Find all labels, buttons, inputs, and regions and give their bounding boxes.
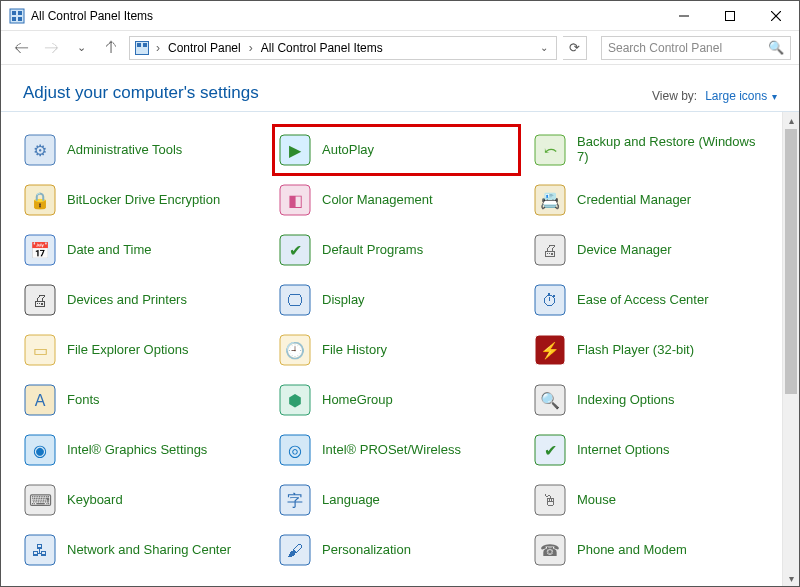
cpl-item-label: Personalization [322,543,411,558]
svg-text:🖌: 🖌 [287,542,303,559]
cpl-item[interactable]: ☎Phone and Modem [529,526,774,574]
breadcrumb-root[interactable]: Control Panel [166,41,243,55]
cpl-item-label: Indexing Options [577,393,675,408]
cpl-item[interactable]: ✔Default Programs [274,226,519,274]
breadcrumb-current[interactable]: All Control Panel Items [259,41,385,55]
chevron-right-icon[interactable]: › [154,41,162,55]
svg-text:🖱: 🖱 [542,492,558,509]
intel-wireless-icon: ◎ [278,433,312,467]
view-by-label: View by: [652,89,697,103]
cpl-item[interactable]: 📇Credential Manager [529,176,774,224]
cpl-item[interactable]: 🕘File History [274,326,519,374]
cpl-item[interactable]: AFonts [19,376,264,424]
close-button[interactable] [753,1,799,30]
cpl-item[interactable]: ▶AutoPlay [274,126,519,174]
cpl-item[interactable]: ⬢HomeGroup [274,376,519,424]
cpl-item[interactable]: ⤺Backup and Restore (Windows 7) [529,126,774,174]
credential-manager-icon: 📇 [533,183,567,217]
svg-rect-1 [12,11,16,15]
svg-text:🖧: 🖧 [32,542,48,559]
cpl-item[interactable]: 📅Date and Time [19,226,264,274]
cpl-item[interactable]: ⚙Administrative Tools [19,126,264,174]
cpl-item[interactable]: ⚡Flash Player (32-bit) [529,326,774,374]
indexing-options-icon: 🔍 [533,383,567,417]
cpl-item[interactable]: 🖵Display [274,276,519,324]
intel-graphics-icon: ◉ [23,433,57,467]
address-bar[interactable]: › Control Panel › All Control Panel Item… [129,36,557,60]
content-header: Adjust your computer's settings View by:… [1,65,799,112]
svg-rect-2 [18,11,22,15]
cpl-item[interactable]: ◧Color Management [274,176,519,224]
maximize-button[interactable] [707,1,753,30]
search-box[interactable]: Search Control Panel 🔍 [601,36,791,60]
control-panel-icon [134,40,150,56]
cpl-item[interactable]: ◎Intel® PROSet/Wireless [274,426,519,474]
cpl-item-label: Administrative Tools [67,143,182,158]
display-icon: 🖵 [278,283,312,317]
cpl-item-label: Default Programs [322,243,423,258]
admin-tools-icon: ⚙ [23,133,57,167]
address-dropdown-icon[interactable]: ⌄ [536,42,552,53]
backup-restore-icon: ⤺ [533,133,567,167]
svg-text:🖨: 🖨 [32,292,48,309]
cpl-item[interactable]: ✔Internet Options [529,426,774,474]
cpl-item-label: Fonts [67,393,100,408]
cpl-item[interactable]: 🖱Mouse [529,476,774,524]
chevron-down-icon: ▾ [769,91,777,102]
window-title: All Control Panel Items [31,9,661,23]
vertical-scrollbar[interactable]: ▴ ▾ [782,112,799,587]
cpl-item[interactable]: 🖨Device Manager [529,226,774,274]
cpl-item-label: Backup and Restore (Windows 7) [577,135,770,165]
internet-options-icon: ✔ [533,433,567,467]
svg-text:⚡: ⚡ [540,341,560,360]
svg-rect-3 [12,17,16,21]
svg-text:⌨: ⌨ [29,492,52,509]
cpl-item[interactable]: 🖌Personalization [274,526,519,574]
date-time-icon: 📅 [23,233,57,267]
scroll-track[interactable] [783,129,799,570]
scroll-down-button[interactable]: ▾ [783,570,799,587]
cpl-item[interactable]: 🖨Devices and Printers [19,276,264,324]
svg-text:🖨: 🖨 [542,242,558,259]
view-by-dropdown[interactable]: Large icons ▾ [705,89,777,103]
cpl-item-label: Ease of Access Center [577,293,709,308]
back-button[interactable]: 🡠 [9,36,33,60]
cpl-item-label: Devices and Printers [67,293,187,308]
personalization-icon: 🖌 [278,533,312,567]
recent-locations-button[interactable]: ⌄ [69,36,93,60]
scroll-up-button[interactable]: ▴ [783,112,799,129]
refresh-button[interactable]: ⟳ [563,36,587,60]
svg-text:◧: ◧ [288,192,303,209]
cpl-item[interactable]: 🔍Indexing Options [529,376,774,424]
svg-text:📅: 📅 [30,241,50,260]
cpl-item-label: Flash Player (32-bit) [577,343,694,358]
cpl-item-label: Display [322,293,365,308]
svg-text:⏱: ⏱ [542,292,558,309]
up-button[interactable]: 🡡 [99,36,123,60]
cpl-item-label: File Explorer Options [67,343,188,358]
page-title: Adjust your computer's settings [23,83,652,103]
cpl-item[interactable]: ▭File Explorer Options [19,326,264,374]
svg-text:字: 字 [287,492,303,509]
cpl-item[interactable]: ◉Intel® Graphics Settings [19,426,264,474]
minimize-button[interactable] [661,1,707,30]
forward-button[interactable]: 🡢 [39,36,63,60]
cpl-item[interactable]: ⌨Keyboard [19,476,264,524]
cpl-item[interactable]: ⏱Ease of Access Center [529,276,774,324]
autoplay-icon: ▶ [278,133,312,167]
nav-row: 🡠 🡢 ⌄ 🡡 › Control Panel › All Control Pa… [1,31,799,65]
network-sharing-icon: 🖧 [23,533,57,567]
cpl-item[interactable]: 🔒BitLocker Drive Encryption [19,176,264,224]
svg-text:✔: ✔ [544,442,557,459]
svg-text:✔: ✔ [289,242,302,259]
cpl-item[interactable]: 字Language [274,476,519,524]
cpl-item-label: Language [322,493,380,508]
scroll-thumb[interactable] [785,129,797,394]
cpl-item-label: HomeGroup [322,393,393,408]
chevron-right-icon[interactable]: › [247,41,255,55]
svg-text:◉: ◉ [33,442,47,459]
search-placeholder: Search Control Panel [608,41,768,55]
svg-text:▭: ▭ [33,342,48,359]
cpl-item[interactable]: 🖧Network and Sharing Center [19,526,264,574]
svg-text:◎: ◎ [288,442,302,459]
